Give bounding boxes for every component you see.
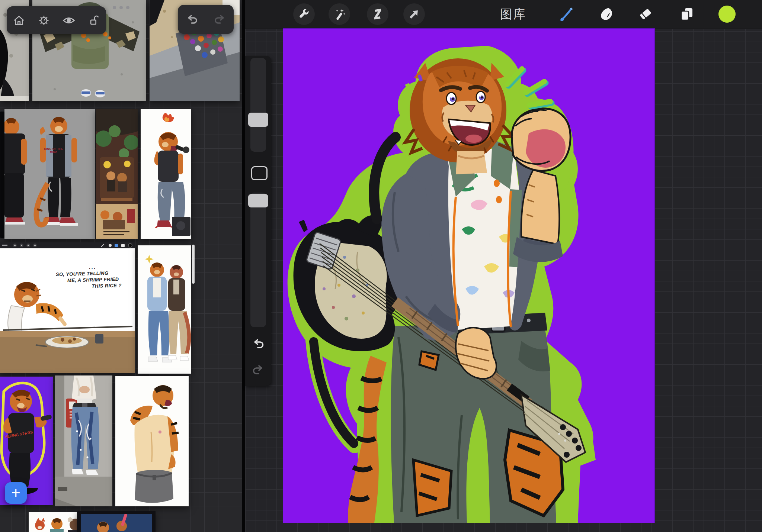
screen: KING OF THE RING	[0, 0, 762, 532]
smudge-finger-icon[interactable]	[596, 3, 617, 25]
art-tiger-character-sheet	[4, 109, 95, 239]
arrow-transform-icon[interactable]	[403, 3, 425, 25]
brush-size-slider[interactable]	[250, 58, 266, 152]
art-two-tigers-standing	[138, 245, 191, 374]
procreate-canvas[interactable]	[283, 29, 654, 523]
eraser-icon[interactable]	[635, 3, 656, 25]
list-item[interactable]: KING OF THE RING	[4, 109, 95, 239]
brush-opacity-handle[interactable]	[248, 194, 268, 207]
gallery-button[interactable]: 图库	[500, 0, 526, 29]
canvas-artwork	[283, 29, 654, 523]
sidebar-undo-icon[interactable]	[252, 337, 265, 351]
shirt-text-king-of-the-ring: KING OF THE RING	[44, 148, 63, 154]
brush-size-handle[interactable]	[248, 113, 268, 127]
home-icon[interactable]	[11, 12, 27, 29]
art-procreate-screenshot-shrimp-comic	[0, 242, 135, 373]
settings-gear-icon[interactable]	[36, 12, 52, 29]
list-item[interactable]	[55, 375, 112, 506]
redo-arrow-icon[interactable]	[212, 11, 228, 28]
procreate-sidebar	[245, 56, 271, 386]
lock-open-icon[interactable]	[86, 12, 102, 29]
list-item[interactable]	[141, 109, 191, 239]
magic-wand-adjustments-icon[interactable]	[329, 3, 350, 25]
modify-button[interactable]	[251, 166, 268, 180]
list-item[interactable]: ... SO, YOU'RE TELLING ME, A SHRIMP FRIE…	[0, 242, 135, 373]
list-item[interactable]	[77, 511, 156, 532]
list-item[interactable]	[96, 109, 138, 239]
eye-visibility-icon[interactable]	[61, 12, 77, 29]
sidebar-redo-icon[interactable]	[252, 363, 265, 377]
layers-icon[interactable]	[676, 3, 697, 25]
item-menu-dots[interactable]	[113, 6, 129, 9]
art-restaurant-collage-poster	[96, 109, 138, 239]
list-item[interactable]	[115, 376, 189, 506]
undo-arrow-icon[interactable]	[184, 11, 200, 28]
photo-baggy-decorated-jeans-outfit	[55, 375, 112, 506]
color-swatch[interactable]	[716, 3, 738, 25]
board-toolbar	[7, 6, 106, 34]
reference-board-panel[interactable]: KING OF THE RING	[0, 0, 242, 532]
comic-speech-text: ... SO, YOU'RE TELLING ME, A SHRIMP FRIE…	[55, 263, 131, 290]
wrench-actions-icon[interactable]	[293, 3, 315, 25]
list-item[interactable]	[138, 245, 191, 374]
s-selection-icon[interactable]	[367, 3, 388, 25]
art-dark-blue-tigers-framed	[77, 511, 156, 532]
add-image-button[interactable]: +	[5, 482, 27, 504]
art-tiger-singer-with-mic	[141, 109, 191, 239]
board-scrollbar[interactable]	[192, 245, 195, 284]
art-shirtless-muscular-tiger	[115, 376, 189, 506]
board-history-pill	[178, 5, 234, 34]
split-view-divider[interactable]	[242, 0, 245, 532]
paint-brush-icon[interactable]	[555, 3, 577, 25]
procreate-topbar: 图库	[245, 0, 762, 29]
brush-opacity-slider[interactable]	[250, 193, 266, 327]
list-item[interactable]	[0, 112, 4, 238]
